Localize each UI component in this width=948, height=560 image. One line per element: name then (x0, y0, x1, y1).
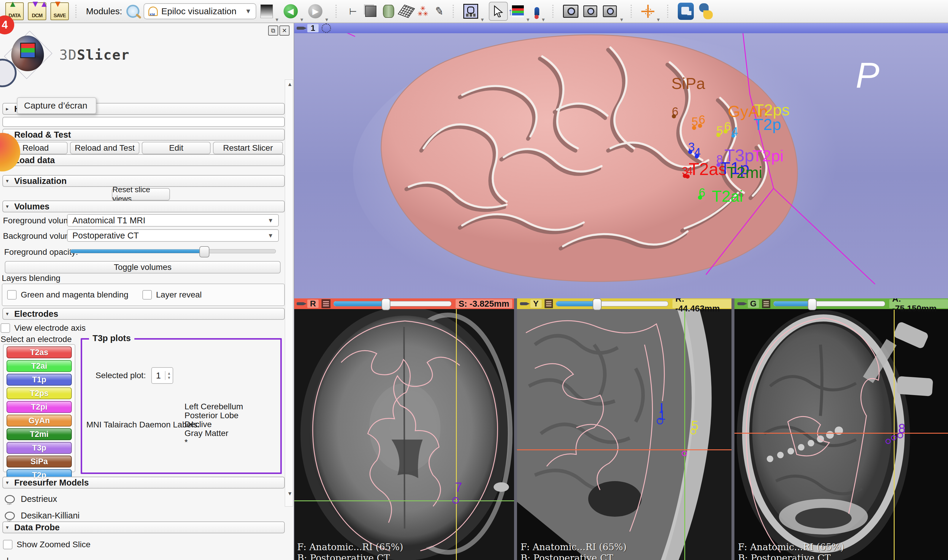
electrode-button-gyan[interactable]: GyAn (6, 415, 72, 426)
pin-icon[interactable] (297, 27, 304, 30)
undock-panel-button[interactable]: ⧉ (268, 26, 278, 35)
chevron-down-icon[interactable]: ▼ (656, 17, 661, 23)
pin-icon[interactable] (297, 302, 304, 305)
reload-and-test-button[interactable]: Reload and Test (70, 142, 139, 154)
layers-blending-group: Green and magenta blending Layer reveal (2, 283, 285, 306)
chevron-down-icon[interactable]: ▼ (619, 17, 624, 23)
toggle-volumes-button[interactable]: Toggle volumes (5, 261, 281, 274)
chevron-down-icon[interactable]: ▼ (324, 17, 329, 23)
restore-scene-view-button[interactable] (603, 5, 617, 17)
slice-visibility-icon[interactable] (762, 299, 771, 308)
slice-offset-slider[interactable] (333, 301, 451, 306)
reset-slice-views-button[interactable]: Reset slice views (112, 188, 170, 200)
markups-icon[interactable]: ✳✳✳ (417, 6, 428, 17)
crosshair-icon[interactable] (641, 5, 654, 18)
slider-handle[interactable] (382, 298, 390, 310)
electrode-button-t2mi[interactable]: T2mi (6, 428, 72, 440)
electrode-button-t2as[interactable]: T2as (6, 346, 72, 358)
spinbox-arrows[interactable]: ▲▼ (165, 371, 172, 380)
green-magenta-checkbox[interactable] (7, 290, 17, 300)
show-zoomed-slice-checkbox[interactable] (3, 540, 12, 549)
opacity-slider-handle[interactable] (199, 246, 209, 257)
view-divider[interactable] (514, 298, 517, 560)
slice-offset-slider[interactable] (773, 301, 885, 306)
screenshot-button[interactable] (563, 5, 579, 18)
foreground-volume-select[interactable]: Anatomical T1 MRI ▼ (67, 214, 279, 227)
red-slice-vline (456, 309, 457, 560)
save-icon[interactable]: ▼ SAVE (51, 2, 69, 20)
python-console-icon[interactable] (698, 3, 714, 20)
panel-scrollbar[interactable] (285, 80, 293, 507)
module-history-icon[interactable]: ⊢ (346, 5, 360, 18)
volume-cube-icon[interactable] (364, 5, 378, 18)
freesurfer-item-destrieux[interactable]: Destrieux (5, 494, 57, 504)
mesh-model-icon[interactable] (400, 5, 413, 18)
background-volume-select[interactable]: Postoperative CT ▼ (67, 229, 279, 242)
layer-reveal-checkbox[interactable] (142, 290, 152, 300)
chevron-down-icon[interactable]: ▼ (541, 17, 546, 23)
view-controls-icon[interactable] (322, 23, 331, 33)
electrode-button-t1p[interactable]: T1p (6, 374, 72, 386)
restart-slicer-button[interactable]: Restart Slicer (213, 142, 283, 154)
yellow-slice-view[interactable]: Y R: -44.463mm (517, 298, 731, 560)
electrode-button-t2ai[interactable]: T2ai (6, 360, 72, 372)
dicom-icon[interactable]: ▼▲ DCM (28, 2, 46, 20)
segmentation-icon[interactable] (382, 5, 396, 18)
reload-test-label: Reload & Test (14, 130, 71, 140)
scroll-up-icon[interactable]: ▲ (287, 81, 292, 88)
slice-visibility-icon[interactable] (322, 299, 331, 308)
slice-visibility-icon[interactable] (545, 299, 553, 308)
eye-closed-icon[interactable] (5, 495, 15, 503)
view-divider[interactable] (731, 298, 734, 560)
slider-handle[interactable] (592, 298, 602, 310)
eye-closed-icon[interactable] (5, 512, 15, 520)
extensions-manager-icon[interactable] (678, 3, 694, 20)
mouse-mode-button[interactable] (489, 2, 508, 21)
slicer-logo: 3DSlicer (6, 30, 130, 80)
annotation-pen-icon[interactable]: ✎ (431, 3, 447, 19)
yellow-slice-controller-bar[interactable]: Y R: -44.463mm (517, 298, 731, 309)
scene-view-button[interactable] (583, 5, 597, 17)
histogram-icon[interactable] (260, 5, 273, 18)
module-back-button[interactable]: ◀ (283, 4, 298, 18)
slider-handle[interactable] (808, 298, 817, 310)
fiducial-pin-icon[interactable] (534, 7, 539, 15)
green-slice-layer-text: F: Anatomic...RI (65%)B: Postoperative C… (738, 542, 844, 560)
chevron-down-icon[interactable]: ▼ (300, 17, 304, 23)
module-forward-button[interactable]: ▶ (308, 4, 322, 18)
foreground-opacity-slider[interactable] (70, 249, 276, 253)
electrode-button-t3p[interactable]: T3p (6, 442, 72, 454)
place-fiducial-icon[interactable] (512, 5, 524, 17)
toolbar-separator (552, 5, 557, 18)
close-panel-button[interactable]: ✕ (279, 26, 289, 35)
chevron-down-icon[interactable]: ▼ (275, 17, 279, 23)
chevron-down-icon[interactable]: ▼ (526, 17, 530, 23)
red-slice-controller-bar[interactable]: R S: -3.825mm (294, 298, 514, 309)
chevron-down-icon[interactable]: ▼ (480, 17, 485, 23)
view-electrode-axis-checkbox[interactable] (1, 323, 10, 333)
pin-icon[interactable] (520, 302, 527, 305)
electrodes-section-header[interactable]: ▾Electrodes (2, 308, 285, 320)
green-slice-view[interactable]: G A: -75.150mm (734, 298, 948, 560)
green-slice-controller-bar[interactable]: G A: -75.150mm (734, 298, 948, 309)
layout-selector-icon[interactable] (463, 4, 478, 19)
reload-test-section-header[interactable]: ▾Reload & Test (2, 129, 285, 141)
selected-plot-spinbox[interactable]: 1 ▲▼ (151, 367, 173, 384)
slice-offset-slider[interactable] (556, 301, 668, 306)
pin-icon[interactable] (737, 302, 745, 305)
electrode-button-sipa[interactable]: SiPa (6, 455, 72, 468)
module-selector[interactable]: Epiloc visualization ▼ (143, 3, 256, 19)
red-slice-view[interactable]: R S: -3.825mm (294, 298, 514, 560)
load-data-section-header[interactable]: ▸Load data (2, 154, 285, 166)
data-probe-section-header[interactable]: ▾Data Probe (2, 522, 285, 533)
freesurfer-item-desikan[interactable]: Desikan-Killiani (5, 511, 80, 520)
threed-view[interactable]: 1 (294, 23, 948, 298)
module-search-icon[interactable] (126, 5, 139, 18)
edit-button[interactable]: Edit (142, 142, 211, 154)
scroll-down-icon[interactable]: ▼ (287, 491, 292, 497)
threed-view-controller-bar[interactable]: 1 (294, 23, 948, 33)
electrode-button-t2pi[interactable]: T2pi (6, 401, 72, 413)
electrode-button-t2ps[interactable]: T2ps (6, 388, 72, 399)
blank-input-bar[interactable] (2, 117, 285, 127)
volumes-section-header[interactable]: ▾Volumes (2, 200, 285, 212)
